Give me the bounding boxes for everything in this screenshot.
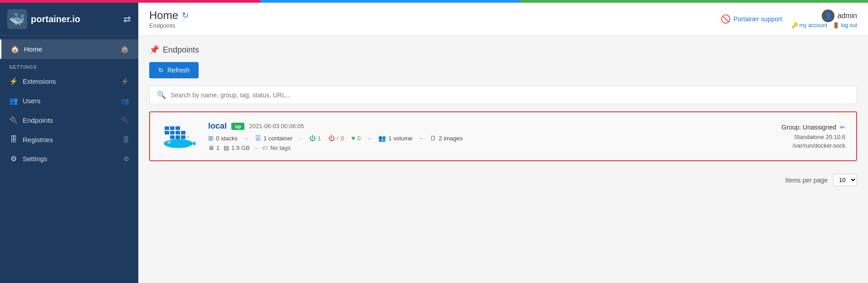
endpoint-stats: ⊞ 0 stacks – ☰ 1 container - ⏻ 1 (208, 134, 770, 142)
page-subtitle: Endpoints (149, 22, 189, 29)
extensions-right-icon: ⚡ (121, 77, 129, 86)
section-title: 📌 Endpoints (149, 45, 857, 55)
endpoints-right-icon: 🔌 (121, 116, 129, 125)
containers-value: 1 container (263, 135, 293, 142)
stopped-icon: ⏻ (328, 134, 335, 142)
support-link[interactable]: 🚫 Portainer support (721, 14, 782, 24)
log-out-label: log out (841, 22, 857, 29)
users-right-icon: 👥 (121, 97, 129, 105)
sidebar-toggle-icon[interactable]: ⇄ (123, 14, 131, 24)
healthy-stat: ♥ 0 (351, 134, 361, 142)
refresh-btn-label: Refresh (167, 67, 190, 74)
registries-icon: 🗄 (9, 135, 18, 144)
refresh-button[interactable]: ↻ Refresh (149, 62, 199, 78)
svg-rect-9 (170, 135, 175, 139)
docker-logo-icon (161, 123, 197, 150)
sidebar-item-extensions-label: Extensions (23, 77, 56, 85)
images-stat: 🗋 2 images (430, 134, 463, 142)
user-links: 🔑 my account 🚪 log out (791, 22, 857, 29)
portainer-logo-icon: 🐳 (7, 9, 27, 29)
sidebar-item-registries[interactable]: 🗄 Registries 🗄 (0, 130, 138, 149)
user-avatar: 👤 (822, 10, 834, 22)
user-name-label: admin (837, 12, 857, 20)
memory-value: 1.9 GB (231, 144, 249, 151)
registries-right-icon: 🗄 (122, 136, 129, 144)
search-icon: 🔍 (157, 91, 166, 99)
sidebar-item-extensions[interactable]: ⚡ Extensions ⚡ (0, 72, 138, 91)
stacks-stat: ⊞ 0 stacks (208, 134, 238, 142)
endpoint-name[interactable]: local (208, 121, 227, 131)
items-per-page-label: Items per page (785, 177, 828, 184)
edit-group-icon[interactable]: ✏ (840, 124, 845, 131)
group-name: Group: Unassigned ✏ (781, 124, 845, 131)
tags-value: No tags (270, 144, 291, 151)
logo-text: portainer.io (31, 14, 80, 24)
refresh-btn-icon: ↻ (158, 67, 164, 74)
settings-right-icon: ⚙ (123, 155, 129, 163)
svg-rect-3 (170, 131, 175, 134)
search-bar: 🔍 (149, 86, 857, 104)
containers-stat: ☰ 1 container (255, 134, 293, 142)
tags-stat: 🏷 No tags (262, 144, 291, 151)
page-title-row: Home ↻ (149, 9, 189, 22)
items-per-page-select[interactable]: 10 25 50 (833, 174, 857, 186)
sidebar-item-endpoints-label: Endpoints (23, 116, 53, 124)
running-stat: ⏻ 1 (309, 134, 321, 142)
pagination-bar: Items per page 10 25 50 (149, 168, 857, 192)
endpoints-section-icon: 📌 (149, 45, 159, 55)
sidebar-item-users-label: Users (23, 97, 40, 105)
stopped-value: 0 (341, 135, 344, 142)
memory-icon: ▤ (224, 144, 229, 151)
sidebar-item-endpoints[interactable]: 🔌 Endpoints 🔌 (0, 110, 138, 130)
support-link-label: Portainer support (733, 15, 782, 23)
user-name-display: 👤 admin (822, 10, 857, 22)
sidebar-item-settings-label: Settings (23, 155, 47, 163)
running-icon: ⏻ (309, 134, 316, 142)
main-content: Home ↻ Endpoints 🚫 Portainer support 👤 a… (138, 3, 868, 283)
sidebar-item-settings[interactable]: ⚙ Settings ⚙ (0, 149, 138, 168)
svg-rect-2 (165, 131, 169, 134)
endpoint-meta: 🖥 1 ▤ 1.9 GB – 🏷 No tags (208, 144, 770, 151)
header-refresh-icon[interactable]: ↻ (182, 10, 189, 20)
key-icon: 🔑 (791, 22, 798, 29)
user-area: 👤 admin 🔑 my account 🚪 log out (791, 10, 857, 29)
page-header: Home ↻ Endpoints 🚫 Portainer support 👤 a… (138, 3, 868, 36)
endpoint-timestamp: 2021-06-03 00:06:05 (249, 123, 304, 130)
endpoints-icon: 🔌 (9, 116, 18, 125)
sidebar-item-registries-label: Registries (23, 136, 53, 144)
stopped-stat: ⏻ / 0 (328, 134, 344, 142)
socket-path: /var/run/docker.sock (781, 142, 845, 149)
header-right: 🚫 Portainer support 👤 admin 🔑 my account (721, 10, 857, 29)
svg-rect-11 (181, 135, 185, 139)
home-nav-right-icon: 🏠 (120, 45, 129, 53)
standalone-version: Standalone 20.10.6 (781, 134, 845, 140)
cpu-memory-stat: 🖥 1 ▤ 1.9 GB (208, 144, 250, 151)
sidebar-header: 🐳 portainer.io ⇄ (0, 3, 138, 36)
volumes-icon: 👥 (378, 134, 386, 142)
svg-rect-7 (170, 126, 175, 130)
sidebar-settings-section: SETTINGS (0, 59, 138, 72)
images-icon: 🗋 (430, 134, 436, 142)
my-account-link[interactable]: 🔑 my account (791, 22, 827, 29)
svg-point-14 (169, 142, 170, 143)
cpu-icon: 🖥 (208, 144, 214, 151)
volumes-stat: 👥 1 volume (378, 134, 412, 142)
sidebar-item-home-label: Home (24, 45, 42, 53)
sidebar-item-home[interactable]: 🏠 Home 🏠 (0, 39, 138, 59)
logout-icon: 🚪 (833, 22, 839, 29)
page-title-area: Home ↻ Endpoints (149, 9, 189, 29)
sidebar-item-users[interactable]: 👥 Users 👥 (0, 91, 138, 110)
sidebar: 🐳 portainer.io ⇄ 🏠 Home 🏠 SETTINGS ⚡ (0, 3, 138, 283)
svg-point-12 (164, 139, 193, 148)
endpoint-card[interactable]: local up 2021-06-03 00:06:05 ⊞ 0 stacks … (149, 111, 857, 161)
sidebar-logo: 🐳 portainer.io (7, 9, 80, 29)
group-label: Group: Unassigned (781, 124, 836, 131)
log-out-link[interactable]: 🚪 log out (833, 22, 857, 29)
images-value: 2 images (439, 135, 463, 142)
search-input[interactable] (171, 91, 849, 99)
stacks-icon: ⊞ (208, 134, 214, 142)
page-body: 📌 Endpoints ↻ Refresh 🔍 (138, 36, 868, 283)
volumes-value: 1 volume (388, 135, 412, 142)
page-title: Home (149, 9, 178, 22)
home-icon: 🏠 (10, 45, 20, 53)
